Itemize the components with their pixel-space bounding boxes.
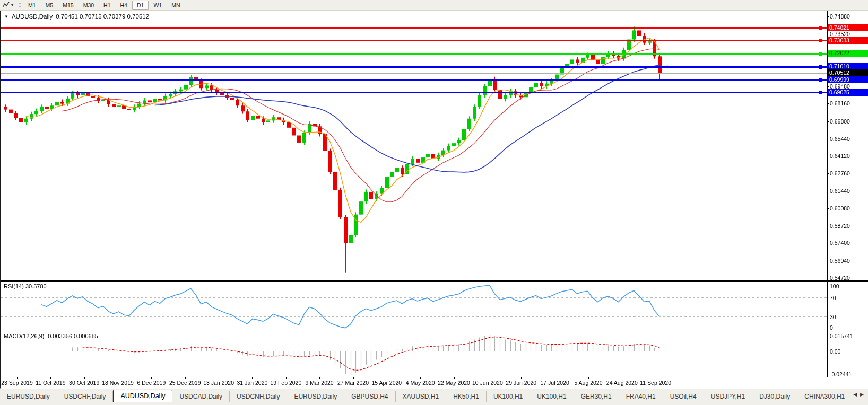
rsi-axis-tick: 70	[830, 295, 836, 301]
timeframe-button-m15[interactable]: M15	[58, 1, 78, 10]
price-axis-tick: 0.61440	[830, 188, 850, 194]
symbol-tab-uk100-h1[interactable]: UK100,H1	[530, 391, 574, 402]
date-axis-label: 13 Jan 2020	[203, 380, 234, 386]
date-axis-label: 9 Mar 2020	[306, 380, 334, 386]
tab-scroll-left-icon[interactable]: ◀	[853, 392, 857, 397]
symbol-tab-usdcad-daily[interactable]: USDCAD,Daily	[172, 391, 230, 402]
price-line-label[interactable]: 0.69025	[828, 89, 868, 96]
symbol-tab-bar: EURUSD,DailyUSDCHF,DailyAUDUSD,DailyUSDC…	[0, 388, 868, 405]
price-axis-tick: 0.66800	[830, 118, 850, 125]
symbol-tab-usdcnh-daily[interactable]: USDCNH,Daily	[230, 391, 287, 402]
top-toolbar: ▾ M1M5M15M30H1H4D1W1MN	[0, 0, 868, 11]
symbol-tab-uk100-h1[interactable]: UK100,H1	[487, 391, 530, 402]
timeframe-button-h1[interactable]: H1	[99, 1, 115, 10]
date-axis-label: 5 Aug 2020	[574, 380, 602, 386]
current-price-label: 0.70512	[828, 69, 868, 76]
timeframe-button-group: M1M5M15M30H1H4D1W1MN	[23, 1, 185, 10]
date-axis-label: 29 Jun 2020	[506, 380, 536, 386]
timeframe-button-mn[interactable]: MN	[167, 1, 185, 10]
chart-canvas[interactable]	[1, 11, 868, 389]
symbol-tab-ger30-h1[interactable]: GER30,H1	[574, 391, 619, 402]
line-studies-icon	[2, 2, 10, 8]
date-axis-label: 23 Sep 2019	[1, 380, 33, 386]
rsi-axis-tick: 100	[830, 283, 839, 289]
price-line-label[interactable]: 0.72022	[828, 50, 868, 57]
symbol-tab-fra40-h1[interactable]: FRA40,H1	[619, 391, 663, 402]
date-axis-label: 27 Mar 2020	[337, 380, 369, 386]
date-axis-label: 17 Jul 2020	[540, 380, 569, 386]
price-axis-tick: 0.64120	[830, 153, 850, 159]
price-axis-tick: 0.74880	[830, 13, 850, 20]
price-axis-tick: 0.62760	[830, 170, 850, 177]
symbol-tab-china300-h1[interactable]: CHINA300,H1	[797, 391, 851, 402]
macd-axis-tick: 0.00	[830, 348, 840, 355]
date-axis-label: 22 May 2020	[438, 380, 470, 386]
line-studies-button[interactable]: ▾	[1, 2, 16, 8]
macd-axis-tick: 0.015741	[830, 333, 853, 339]
date-axis-label: 11 Sep 2020	[640, 380, 671, 386]
sell-arrow-icon: ↓	[665, 60, 669, 68]
rsi-indicator-label: RSI(14) 30.5780	[4, 283, 47, 289]
symbol-tab-dj30-daily[interactable]: DJ30,Daily	[752, 391, 797, 402]
rsi-axis-tick: 30	[830, 314, 836, 320]
macd-axis-tick: -0.02441	[830, 371, 852, 377]
date-axis-label: 6 Dec 2019	[137, 380, 166, 386]
date-axis-label: 11 Oct 2019	[36, 380, 65, 386]
price-axis-tick: 0.73520	[830, 31, 850, 37]
timeframe-button-m30[interactable]: M30	[79, 1, 99, 10]
timeframe-button-m5[interactable]: M5	[41, 1, 58, 10]
symbol-tabs: EURUSD,DailyUSDCHF,DailyAUDUSD,DailyUSDC…	[0, 390, 851, 402]
date-axis-label: 31 Jan 2020	[237, 380, 268, 386]
collapse-icon[interactable]: ▼	[4, 14, 8, 19]
date-axis-label: 19 Feb 2020	[270, 380, 301, 386]
price-axis-tick: 0.54720	[830, 275, 850, 281]
macd-indicator-label: MACD(12,26,9) -0.003356 0.000685	[4, 333, 98, 339]
price-axis-tick: 0.57400	[830, 240, 850, 246]
symbol-tab-audusd-daily[interactable]: AUDUSD,Daily	[113, 390, 172, 402]
price-axis-tick: 0.56040	[830, 258, 850, 264]
tab-scroll-controls: ◀ ▶	[851, 390, 868, 397]
date-axis-label: 10 Jun 2020	[472, 380, 503, 386]
symbol-tab-usoil-h4[interactable]: USOil,H4	[663, 391, 704, 402]
symbol-tab-xauusd-h1[interactable]: XAUUSD,H1	[396, 391, 447, 402]
symbol-tab-usdchf-daily[interactable]: USDCHF,Daily	[57, 391, 114, 402]
price-axis-tick: 0.58720	[830, 223, 850, 229]
date-axis-label: 24 Aug 2020	[606, 380, 638, 386]
date-axis-label: 30 Oct 2019	[69, 380, 99, 386]
symbol-period-label: AUDUSD,Daily	[12, 13, 53, 20]
rsi-axis-tick: 0	[830, 324, 833, 331]
date-axis-label: 25 Dec 2019	[169, 380, 201, 386]
date-axis-label: 15 Apr 2020	[372, 380, 402, 386]
price-axis-tick: 0.68160	[830, 100, 850, 107]
toolbar-grip-handle[interactable]	[19, 2, 21, 9]
symbol-tab-eurusd-daily[interactable]: EURUSD,Daily	[0, 391, 57, 402]
price-line-label[interactable]: 0.73033	[828, 37, 868, 44]
symbol-tab-gbpusd-h4[interactable]: GBPUSD,H4	[344, 391, 395, 402]
timeframe-button-m1[interactable]: M1	[23, 1, 41, 10]
symbol-tab-hk50-h1[interactable]: HK50,H1	[446, 391, 487, 402]
symbol-tab-eurusd-daily[interactable]: EURUSD,Daily	[287, 391, 344, 402]
timeframe-button-d1[interactable]: D1	[132, 1, 149, 10]
price-line-label[interactable]: 0.74021	[828, 24, 868, 31]
price-line-label[interactable]: 0.69999	[828, 76, 868, 83]
timeframe-button-h4[interactable]: H4	[116, 1, 132, 10]
chevron-down-icon: ▾	[11, 3, 13, 7]
ohlc-values: 0.70451 0.70715 0.70379 0.70512	[56, 13, 149, 20]
chart-area: ▼ AUDUSD,Daily 0.70451 0.70715 0.70379 0…	[0, 11, 868, 388]
symbol-tab-usdjpy-h1[interactable]: USDJPY,H1	[704, 391, 752, 402]
price-axis-tick: 0.60080	[830, 205, 850, 212]
timeframe-button-w1[interactable]: W1	[149, 1, 167, 10]
price-line-label[interactable]: 0.71010	[828, 63, 868, 70]
chart-title: ▼ AUDUSD,Daily 0.70451 0.70715 0.70379 0…	[4, 13, 149, 20]
price-axis-tick: 0.65440	[830, 136, 850, 142]
tab-scroll-right-icon[interactable]: ▶	[860, 392, 864, 397]
date-axis-label: 18 Nov 2019	[102, 380, 134, 386]
date-axis-label: 4 May 2020	[406, 380, 435, 386]
